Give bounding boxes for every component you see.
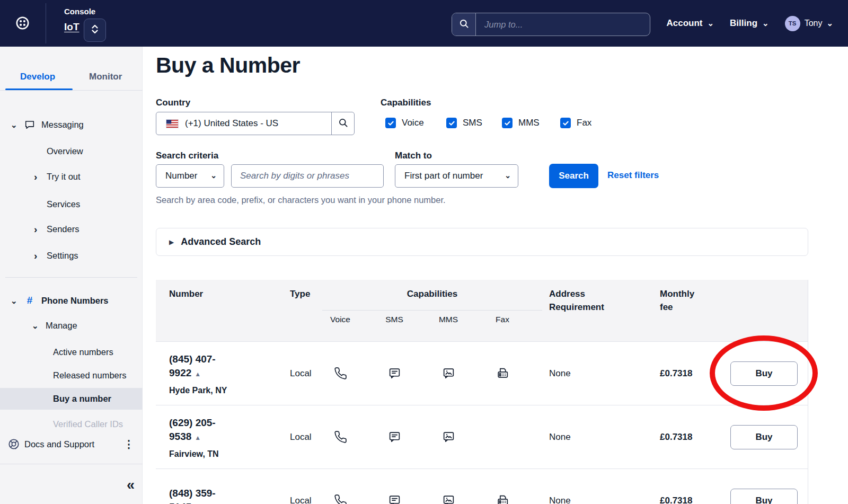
- billing-menu[interactable]: Billing ⌄: [730, 18, 769, 29]
- digits-search-input[interactable]: [231, 164, 384, 188]
- sidebar-item-manage[interactable]: ⌄ Manage: [0, 315, 143, 336]
- product-switcher-button[interactable]: [84, 19, 106, 42]
- search-icon-button[interactable]: [452, 13, 476, 36]
- checkbox-label: Fax: [577, 118, 591, 128]
- search-criteria-label: Search criteria: [156, 151, 218, 161]
- chevron-right-icon: ›: [34, 172, 42, 182]
- sidebar-item-senders[interactable]: › Senders: [0, 218, 143, 240]
- tab-develop[interactable]: Develop: [20, 72, 55, 82]
- chevron-right-icon: ›: [34, 224, 42, 234]
- user-menu[interactable]: TS Tony ⌄: [785, 16, 833, 31]
- voice-capability-icon: [333, 367, 347, 381]
- sidebar-item-label: Buy a number: [53, 394, 111, 404]
- chevron-right-icon: ›: [34, 251, 42, 261]
- checked-checkbox-icon: [385, 118, 396, 128]
- criteria-type-select[interactable]: Number ⌄: [156, 164, 224, 188]
- checkbox-mms[interactable]: MMS: [502, 118, 540, 128]
- number-cell: (845) 407-9922▲ Hyde Park, NY: [169, 352, 240, 395]
- checkbox-label: SMS: [463, 118, 482, 128]
- search-button[interactable]: Search: [549, 164, 598, 188]
- sidebar-item-label: Active numbers: [53, 347, 113, 357]
- sidebar-item-label: Phone Numbers: [41, 296, 109, 306]
- collapse-sidebar-button[interactable]: «: [127, 477, 135, 493]
- number-location: Hyde Park, NY: [169, 385, 240, 395]
- twilio-logo-icon[interactable]: [16, 16, 29, 32]
- us-flag-icon: [166, 119, 179, 128]
- sidebar-item-label: Try it out: [47, 172, 81, 182]
- account-menu[interactable]: Account ⌄: [667, 18, 714, 29]
- advanced-search-toggle[interactable]: ▶ Advanced Search: [156, 228, 808, 256]
- sidebar-item-phone-numbers[interactable]: ⌄ # Phone Numbers: [0, 290, 143, 311]
- sidebar-item-services[interactable]: Services: [0, 193, 143, 215]
- voice-capability-icon: [333, 430, 347, 444]
- triangle-up-icon: ▲: [195, 434, 201, 441]
- table-row: (845) 407-9922▲ Hyde Park, NY Local None…: [156, 341, 808, 405]
- capabilities-header-divider: [322, 310, 542, 311]
- sidebar-item-messaging[interactable]: ⌄ Messaging: [0, 114, 143, 135]
- capabilities-label: Capabilities: [381, 98, 431, 108]
- page: Console IoT Account ⌄ Billing ⌄: [0, 0, 848, 504]
- buy-button[interactable]: Buy: [730, 361, 798, 386]
- phone-number: (845) 407-9922: [169, 353, 216, 378]
- sidebar-item-settings[interactable]: › Settings: [0, 245, 143, 266]
- chevron-down-icon: ⌄: [11, 297, 19, 305]
- column-header-capabilities: Capabilities: [322, 287, 542, 300]
- sidebar-item-buy-a-number[interactable]: Buy a number: [0, 388, 143, 410]
- checkbox-voice[interactable]: Voice: [385, 118, 424, 128]
- checked-checkbox-icon: [560, 118, 571, 128]
- country-select[interactable]: (+1) United States - US: [156, 112, 355, 135]
- sidebar-item-verified-caller-ids[interactable]: Verified Caller IDs: [0, 413, 143, 435]
- sidebar-item-label: Settings: [47, 251, 78, 261]
- number-type: Local: [290, 432, 312, 443]
- voice-capability-icon: [333, 494, 347, 504]
- sidebar-item-label: Senders: [47, 224, 79, 234]
- chevron-down-icon: ⌄: [210, 171, 217, 180]
- checkbox-label: Voice: [402, 118, 424, 128]
- triangle-up-icon: ▲: [195, 370, 201, 377]
- kebab-menu-icon[interactable]: ⋮: [123, 438, 134, 450]
- sidebar-item-label: Verified Caller IDs: [53, 419, 123, 429]
- mms-capability-icon: [441, 430, 455, 444]
- buy-button[interactable]: Buy: [730, 489, 798, 504]
- sidebar-item-label: Docs and Support: [24, 439, 94, 449]
- table-row: (848) 359-5145▲ Local None £0.7318 Buy: [156, 468, 808, 504]
- subcolumn-sms: SMS: [376, 315, 413, 324]
- match-to-select[interactable]: First part of number ⌄: [395, 164, 518, 188]
- page-title: Buy a Number: [156, 53, 300, 78]
- hash-icon: #: [23, 295, 36, 306]
- caret-right-icon: ▶: [169, 238, 174, 246]
- unfold-more-icon: [91, 24, 99, 37]
- avatar: TS: [785, 16, 800, 31]
- jump-to-search: [452, 13, 650, 36]
- column-header-address: Address Requirement: [549, 287, 615, 314]
- number-location: Fairview, TN: [169, 449, 240, 458]
- sidebar-item-released-numbers[interactable]: Released numbers: [0, 365, 143, 386]
- tab-monitor[interactable]: Monitor: [89, 72, 122, 82]
- checkbox-label: MMS: [518, 118, 540, 128]
- checkbox-fax[interactable]: Fax: [560, 118, 591, 128]
- table-header: Number Type Capabilities Voice SMS MMS F…: [156, 280, 808, 341]
- sidebar-item-label: Released numbers: [53, 370, 127, 381]
- topbar-right-menu: Account ⌄ Billing ⌄ TS Tony ⌄: [667, 0, 833, 47]
- sidebar-item-try-it-out[interactable]: › Try it out: [0, 166, 143, 187]
- address-requirement: None: [549, 496, 571, 504]
- billing-label: Billing: [730, 18, 757, 29]
- reset-filters-link[interactable]: Reset filters: [607, 170, 659, 181]
- sidebar-item-active-numbers[interactable]: Active numbers: [0, 341, 143, 362]
- topbar-divider: [46, 3, 46, 43]
- fax-capability-icon: [496, 494, 509, 504]
- country-value: (+1) United States - US: [185, 118, 331, 129]
- sidebar-item-docs-and-support[interactable]: Docs and Support ⋮: [0, 435, 143, 454]
- search-icon: [338, 118, 348, 130]
- chevron-down-icon: ⌄: [708, 19, 714, 27]
- topbar: Console IoT Account ⌄ Billing ⌄: [0, 0, 848, 47]
- country-search-button[interactable]: [331, 112, 354, 135]
- buy-button[interactable]: Buy: [730, 425, 798, 449]
- console-label: Console: [64, 7, 95, 16]
- jump-to-input[interactable]: [476, 13, 650, 36]
- sidebar-section-divider: [5, 277, 137, 278]
- product-link[interactable]: IoT: [64, 21, 80, 33]
- sidebar-item-overview[interactable]: Overview: [0, 140, 143, 162]
- search-helper-text: Search by area code, prefix, or characte…: [156, 195, 446, 205]
- checkbox-sms[interactable]: SMS: [446, 118, 482, 128]
